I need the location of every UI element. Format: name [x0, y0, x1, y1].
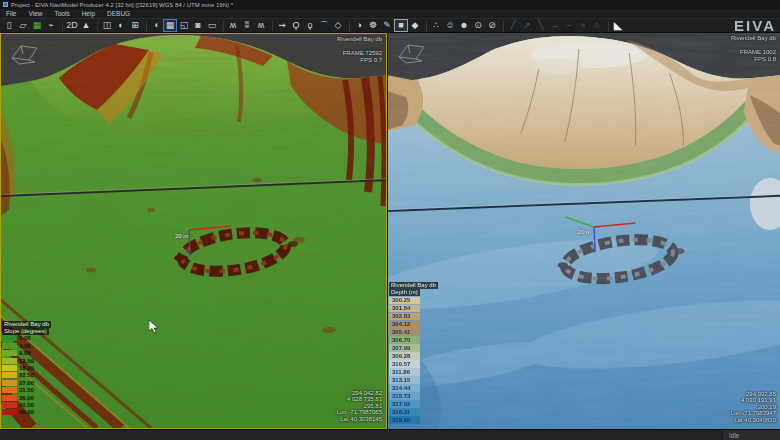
legend-entry: 301.54	[389, 305, 420, 313]
pointer-icon[interactable]: ▲	[79, 19, 93, 32]
arc-icon[interactable]: ⌒	[317, 19, 331, 32]
shaded-sphere-icon[interactable]: ◑	[352, 19, 366, 32]
profile-peaks-icon[interactable]: ʬ	[240, 19, 254, 32]
draw-hand-icon[interactable]: ✎	[380, 19, 394, 32]
legend-value: 301.54	[392, 305, 410, 311]
coordinate-line: Lon -71.7983947	[731, 410, 776, 417]
legend-value: 306.70	[392, 337, 410, 343]
legend-entry: 310.57	[389, 360, 420, 368]
legend-color-chip	[2, 380, 17, 386]
legend-color-chip	[2, 358, 17, 364]
coordinate-line: Lat 40.3038145	[337, 416, 382, 423]
legend-value: 9.00	[19, 350, 31, 356]
legend-entry: 302.83	[389, 313, 420, 321]
frame-counter: FRAME 72592	[337, 50, 382, 57]
viewport-slope[interactable]: Rivendell Bay db ··········· FRAME 72592…	[0, 33, 387, 429]
legend-model-name: Rivendell Bay db	[2, 321, 51, 328]
eiva-logo: EIVA	[734, 18, 776, 34]
pin-icon[interactable]: Ϙ	[289, 19, 303, 32]
new-file-icon[interactable]: ▯	[2, 19, 16, 32]
pin-alt-icon[interactable]: ϙ	[303, 19, 317, 32]
smiley-dark-icon[interactable]: ☻	[457, 19, 471, 32]
legend-entry: 4.50	[2, 342, 51, 349]
smiley-icon[interactable]: ☺	[443, 19, 457, 32]
legend-value: 311.86	[392, 369, 410, 375]
menu-view[interactable]: View	[22, 10, 48, 17]
legend-entry: 300.25	[389, 297, 420, 305]
legend-entry: 304.12	[389, 321, 420, 329]
legend-entry: 313.15	[389, 376, 420, 384]
line-tool-icon[interactable]: ╱	[506, 19, 520, 32]
route-icon[interactable]: ⇝	[275, 19, 289, 32]
menu-tools[interactable]: Tools	[48, 10, 75, 17]
table-view-icon[interactable]: ▦	[163, 19, 177, 32]
cube-3d-icon[interactable]: ◫	[100, 19, 114, 32]
legend-units: Slope (degrees)	[2, 328, 49, 335]
profile-wave-icon[interactable]: ʍ	[226, 19, 240, 32]
legend-units: Depth (m)	[389, 289, 420, 296]
menu-debug[interactable]: DEBUG	[101, 10, 136, 17]
legend-value: 313.15	[392, 377, 410, 383]
orientation-cube-icon[interactable]	[8, 39, 42, 67]
menu-help[interactable]: Help	[76, 10, 101, 17]
save-icon[interactable]: ▦	[30, 19, 44, 32]
node-remove-icon[interactable]: ⊘	[485, 19, 499, 32]
legend-value: 18.00	[19, 365, 34, 371]
line-arrow-icon[interactable]: ↗	[520, 19, 534, 32]
profile-dip-icon[interactable]: ʍ	[254, 19, 268, 32]
legend-color-chip	[2, 365, 17, 371]
legend-model-name: Rivendell Bay db	[389, 282, 438, 289]
cursor-coordinates: 294 042.824 028 735.81295.81Lon -71.7987…	[337, 390, 382, 423]
model-meta: ···········	[731, 42, 776, 49]
scale-annotation: 20 m	[175, 233, 188, 239]
legend-entry: 18.00	[2, 364, 51, 371]
legend-color-chip	[2, 372, 17, 378]
ruler-icon[interactable]: ▭	[205, 19, 219, 32]
legend-value: 305.41	[392, 329, 410, 335]
slope-terrain-scene[interactable]	[1, 34, 386, 428]
tag-icon[interactable]: ◆	[408, 19, 422, 32]
legend-value: 309.28	[392, 353, 410, 359]
line-flat-icon[interactable]: −	[562, 19, 576, 32]
legend-value: 13.50	[19, 358, 34, 364]
legend-value: 302.83	[392, 313, 410, 319]
circle-tool-icon[interactable]: ○	[590, 19, 604, 32]
camera-icon[interactable]: ◙	[191, 19, 205, 32]
legend-value: 315.73	[392, 393, 410, 399]
polygon-icon[interactable]: ◇	[331, 19, 345, 32]
legend-color-chip	[2, 395, 17, 401]
globe-icon[interactable]: ◐	[114, 19, 128, 32]
legend-color-chip	[2, 409, 17, 415]
fill-square-icon[interactable]: ■	[394, 19, 408, 32]
view-2d-icon[interactable]: 2D	[65, 19, 79, 32]
slope-legend: Rivendell Bay db Slope (degrees) 0.00 4.…	[2, 321, 51, 416]
legend-entry: 311.86	[389, 368, 420, 376]
open-folder-icon[interactable]: ▱	[16, 19, 30, 32]
slope-profile-icon[interactable]: ◣	[611, 19, 625, 32]
lasso-icon[interactable]: ◖	[149, 19, 163, 32]
node-add-icon[interactable]: ⊙	[471, 19, 485, 32]
palette-icon[interactable]: ☸	[366, 19, 380, 32]
grid-icon[interactable]: ⊞	[128, 19, 142, 32]
legend-entry: 319.60	[389, 416, 420, 424]
legend-value: 304.12	[392, 321, 410, 327]
view-info-overlay: Rivendell Bay db ··········· FRAME 1002 …	[731, 35, 776, 63]
title-bar: Project - EIVA NaviModel Producer 4.2 [3…	[0, 0, 780, 9]
legend-entry: 318.31	[389, 408, 420, 416]
fps-counter: FPS 0.8	[731, 56, 776, 63]
line-smooth-icon[interactable]: ≈	[576, 19, 590, 32]
orientation-cube-icon[interactable]	[395, 38, 429, 66]
window-title: Project - EIVA NaviModel Producer 4.2 [3…	[11, 2, 233, 8]
scatter-points-icon[interactable]: ∴	[429, 19, 443, 32]
viewport-depth[interactable]: Rivendell Bay db ··········· FRAME 1002 …	[388, 33, 780, 429]
legend-entry: 45.00	[2, 409, 51, 416]
line-extend-icon[interactable]: →	[548, 19, 562, 32]
legend-value: 319.60	[392, 417, 410, 423]
connect-plug-icon[interactable]: ⌁	[44, 19, 58, 32]
frame-view-icon[interactable]: ◱	[177, 19, 191, 32]
cursor-coordinates: 294 992.854 030 191.91300.19Lon -71.7983…	[731, 391, 776, 424]
legend-entry: 317.02	[389, 400, 420, 408]
line-back-icon[interactable]: ╲	[534, 19, 548, 32]
menu-file[interactable]: File	[0, 10, 22, 17]
frame-counter: FRAME 1002	[731, 49, 776, 56]
